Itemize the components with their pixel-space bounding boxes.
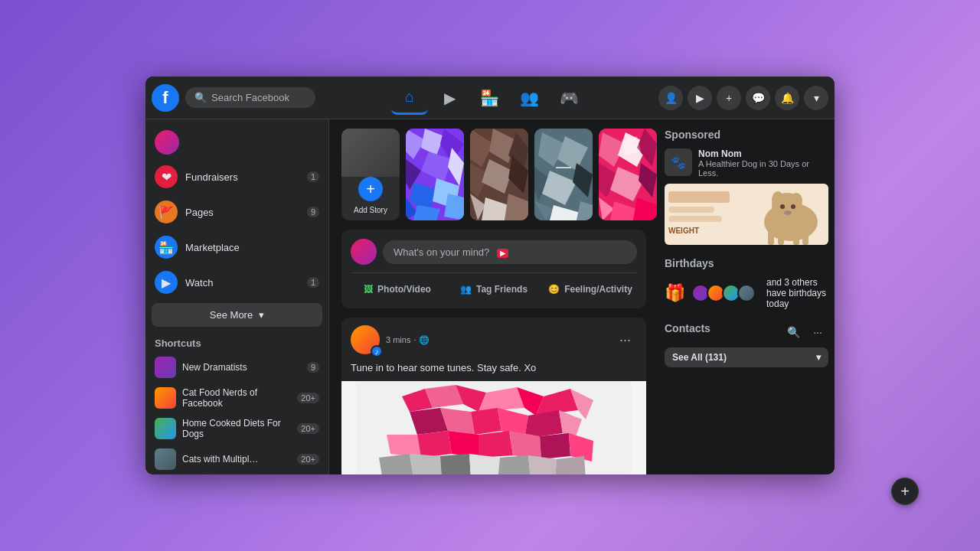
post-time: 3 mins (386, 335, 410, 344)
fab-button[interactable]: + (891, 478, 919, 505)
svg-point-98 (784, 210, 792, 215)
fab-icon: + (900, 483, 910, 500)
contacts-title: Contacts (665, 322, 710, 334)
sidebar-profile-avatar (155, 130, 179, 155)
shortcut-cats-medical[interactable]: Cats with Multiple Medical Conditions (k… (149, 444, 325, 474)
search-icon: 🔍 (194, 92, 207, 103)
post-card: ♪ 3 mins · 🌐 ··· Tune in to hear some tu… (341, 318, 646, 474)
cat-food-nerds-icon (155, 387, 176, 409)
nav-watch[interactable]: ▶ (431, 81, 468, 115)
new-dramatists-label: New Dramatists (182, 362, 301, 373)
nav-home[interactable]: ⌂ (391, 81, 428, 115)
create-post-top: What's on your mind? ▶ (351, 239, 637, 265)
svg-marker-70 (479, 431, 513, 458)
nav-left: f 🔍 Search Facebook (152, 84, 320, 112)
cats-medical-label: Cats with Multiple Medical Conditions (k… (182, 454, 259, 465)
sponsor-description: A Healthier Dog in 30 Days or Less. (698, 159, 828, 178)
birthday-text: and 3 others have birthdays today (766, 277, 828, 309)
gaming-button[interactable]: ▶ (688, 86, 712, 110)
pages-badge: 9 (307, 207, 319, 217)
add-button[interactable]: + (717, 86, 741, 110)
post-actions: 🖼 Photo/Video 👥 Tag Friends 😊 Feeling/Ac… (351, 272, 637, 299)
story-card-2[interactable] (470, 129, 528, 220)
contacts-more-button[interactable]: ··· (807, 321, 828, 343)
menu-button[interactable]: ▾ (804, 86, 828, 110)
post-text: Tune in to hear some tunes. Stay safe. X… (341, 362, 646, 381)
watch-badge: 1 (307, 277, 319, 288)
feeling-icon: 😊 (548, 284, 560, 295)
post-input-placeholder: What's on your mind? (394, 246, 489, 258)
story-card-3[interactable] (534, 129, 593, 220)
facebook-logo[interactable]: f (152, 84, 179, 112)
tag-friends-action[interactable]: 👥 Tag Friends (447, 279, 541, 299)
chevron-down-icon: ▾ (814, 92, 819, 104)
svg-rect-91 (668, 216, 722, 222)
shortcut-new-dramatists[interactable]: New Dramatists 9 (149, 352, 325, 383)
see-all-contacts-button[interactable]: See All (131) ▾ (665, 347, 828, 367)
post-input[interactable]: What's on your mind? ▶ (383, 240, 637, 264)
svg-point-96 (780, 204, 785, 209)
sponsor-image: WEIGHT (665, 184, 828, 245)
new-dramatists-badge: 9 (307, 362, 319, 373)
post-meta: 3 mins · 🌐 (386, 335, 607, 345)
svg-marker-75 (410, 454, 442, 474)
nav-groups[interactable]: 👥 (511, 81, 547, 115)
sidebar-item-pages[interactable]: 🚩 Pages 9 (149, 194, 325, 230)
sidebar-item-fundraisers[interactable]: ❤ Fundraisers 1 (149, 159, 325, 194)
tag-friends-label: Tag Friends (476, 284, 528, 295)
contacts-search-button[interactable]: 🔍 (782, 321, 804, 343)
sidebar-item-marketplace[interactable]: 🏪 Marketplace (149, 230, 325, 265)
create-post-avatar (351, 239, 377, 265)
contacts-actions: 🔍 ··· (782, 321, 828, 343)
svg-rect-102 (802, 231, 808, 245)
birthday-row: 🎁 and 3 others have birthdays today (665, 277, 828, 309)
center-feed: + Add Story (329, 119, 658, 474)
profile-button[interactable]: 👤 (658, 86, 683, 110)
sidebar-profile[interactable] (149, 126, 325, 159)
bell-icon: 🔔 (781, 92, 794, 104)
groups-icon: 👥 (520, 89, 539, 107)
right-sidebar: Sponsored 🐾 Nom Nom A Healthier Dog in 3… (658, 119, 835, 474)
add-story-icon: + (358, 177, 383, 201)
pages-label: Pages (185, 207, 214, 218)
svg-marker-68 (417, 431, 452, 458)
fundraisers-badge: 1 (307, 171, 319, 182)
post-live-badge: ▶ (497, 246, 508, 258)
photo-video-action[interactable]: 🖼 Photo/Video (351, 279, 444, 299)
shortcut-cat-food-nerds[interactable]: Cat Food Nerds of Facebook 20+ (149, 383, 325, 413)
birthday-icon: 🎁 (665, 283, 685, 303)
watch-label: Watch (185, 277, 213, 289)
sidebar-item-watch[interactable]: ▶ Watch 1 (149, 265, 325, 300)
contacts-header: Contacts 🔍 ··· (665, 321, 828, 343)
story-card-4[interactable] (599, 129, 657, 220)
photo-video-label: Photo/Video (377, 284, 431, 295)
search-placeholder: Search Facebook (211, 92, 289, 103)
svg-point-97 (791, 204, 795, 209)
fundraisers-label: Fundraisers (185, 171, 238, 183)
home-icon: ⌂ (405, 88, 414, 106)
shortcut-home-cooked-diets[interactable]: Home Cooked Diets For Dogs 20+ (149, 413, 325, 444)
watch-sidebar-icon: ▶ (155, 271, 178, 294)
create-post-card: What's on your mind? ▶ 🖼 Photo/Video 👥 T… (341, 230, 646, 308)
feeling-action[interactable]: 😊 Feeling/Activity (544, 279, 637, 299)
nav-marketplace[interactable]: 🏪 (471, 81, 508, 115)
svg-rect-100 (778, 233, 784, 245)
messenger-button[interactable]: 💬 (746, 86, 770, 110)
post-more-button[interactable]: ··· (613, 329, 637, 351)
nav-gaming[interactable]: 🎮 (550, 81, 587, 115)
watch-icon: ▶ (444, 89, 456, 107)
sponsor-card: 🐾 Nom Nom A Healthier Dog in 30 Days or … (665, 148, 828, 178)
birthdays-title: Birthdays (665, 257, 828, 269)
post-avatar-badge: ♪ (371, 345, 383, 357)
post-privacy: 🌐 (419, 335, 430, 345)
sponsor-logo: 🐾 (665, 148, 692, 176)
chevron-down-icon: ▾ (259, 309, 264, 321)
see-more-button[interactable]: See More ▾ (152, 303, 322, 327)
search-box[interactable]: 🔍 Search Facebook (185, 87, 315, 108)
sponsor-info: Nom Nom A Healthier Dog in 30 Days or Le… (698, 148, 828, 178)
pages-icon: 🚩 (155, 201, 178, 223)
story-card-1[interactable] (406, 129, 464, 220)
add-story-card[interactable]: + Add Story (341, 129, 400, 220)
sponsored-title: Sponsored (665, 129, 828, 141)
notifications-button[interactable]: 🔔 (775, 86, 799, 110)
